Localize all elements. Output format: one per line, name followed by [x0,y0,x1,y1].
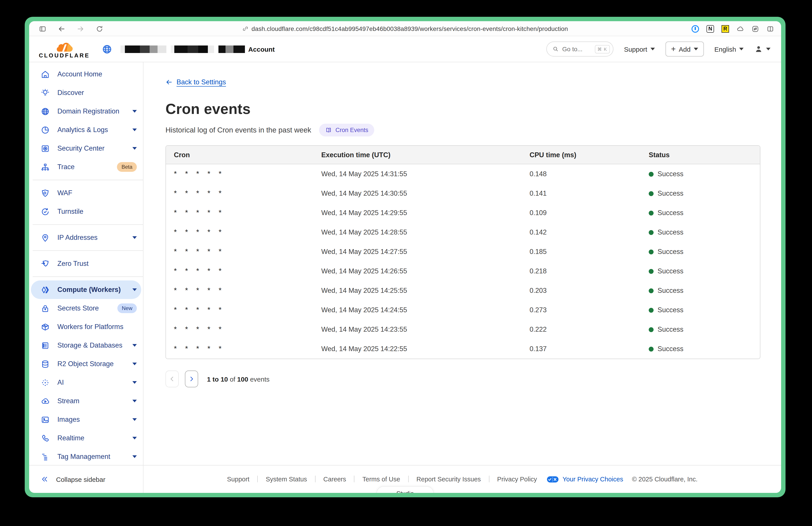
execution-time-cell: Wed, 14 May 2025 14:29:55 [321,209,530,217]
language-menu[interactable]: English [714,45,744,53]
sidebar-toggle-icon[interactable] [39,25,46,32]
status-cell: Success [649,170,760,178]
sidebar-item[interactable]: Storage & Databases [29,336,143,355]
home-icon [41,70,50,79]
sidebar-item-label: Tag Management [57,453,125,461]
chevron-down-icon [694,48,698,51]
url-text: dash.cloudflare.com/c98cdf51c4ab995497eb… [251,25,568,32]
arrow-left-icon [165,79,173,86]
sidebar-item-label: Discover [57,89,137,97]
forward-icon[interactable] [77,25,84,32]
collapse-sidebar-button[interactable]: Collapse sidebar [29,465,143,493]
chevron-down-icon [739,48,744,51]
sidebar-item[interactable]: Discover [29,84,143,102]
back-icon[interactable] [58,25,65,32]
cron-expression-cell: * * * * * [174,305,321,314]
pagination-total: 100 [237,375,248,383]
sidebar-item-label: Secrets Store [57,304,113,312]
zerotrust-icon [41,259,50,268]
book-icon [325,127,332,133]
back-to-settings-link[interactable]: Back to Settings [165,78,226,86]
footer-link[interactable]: Support [227,475,249,483]
sidebar-item[interactable]: Workers for Platforms [29,317,143,336]
sidebar-item-label: Domain Registration [57,107,125,115]
chevron-down-icon [132,147,137,150]
next-page-button[interactable] [185,371,198,387]
sidebar-item[interactable]: Stream [29,392,143,410]
support-menu[interactable]: Support [624,45,655,53]
cron-expression-cell: * * * * * [174,267,321,275]
extensions-settings-icon[interactable] [752,25,759,32]
sidebar-item[interactable]: Domain Registration [29,102,143,120]
sidebar-item-label: AI [57,379,125,386]
chevron-down-icon [132,362,137,365]
r-extension-icon[interactable]: R [722,25,729,32]
sidebar-item[interactable]: Tag Management [29,447,143,465]
sidebar-item[interactable]: Zero Trust [29,254,143,273]
notion-extension-icon[interactable]: N [707,25,714,32]
sidebar-item[interactable]: Compute (Workers) [31,281,141,299]
vault-icon [41,144,50,153]
sidebar-item-label: Analytics & Logs [57,126,125,134]
footer-link[interactable]: Report Security Issues [400,475,481,483]
sidebar-item[interactable]: R2 Object Storage [29,355,143,373]
sidebar-item[interactable]: Security Center [29,139,143,158]
sidebar-item[interactable]: Analytics & Logs [29,120,143,139]
your-privacy-choices-link[interactable]: Your Privacy Choices [547,475,623,483]
page-title: Cron events [165,101,760,117]
add-button[interactable]: + Add [665,42,704,57]
sidebar-item-label: Security Center [57,144,125,152]
table-body: * * * * * Wed, 14 May 2025 14:31:55 0.14… [166,164,760,359]
sidebar-item-label: Workers for Platforms [57,323,137,331]
sidebar-item[interactable]: Secrets Store New [29,299,143,317]
split-view-icon[interactable] [767,25,774,32]
bottom-floating-pill[interactable]: Studio [376,486,434,493]
footer-link[interactable]: Careers [307,475,346,483]
success-dot [649,327,654,332]
app-header: CLOUDFLARE Account Go to... ⌘ K Support [29,36,781,62]
success-dot [649,308,654,312]
previous-page-button[interactable] [165,371,179,387]
support-label: Support [624,45,647,53]
footer-link[interactable]: System Status [249,475,307,483]
status-cell: Success [649,267,760,275]
status-cell: Success [649,326,760,333]
cloudflare-logo[interactable]: CLOUDFLARE [39,40,90,58]
cloud-extension-icon[interactable] [737,25,744,32]
shortcut-badge: ⌘ K [595,45,610,53]
reload-icon[interactable] [96,25,103,32]
footer-link[interactable]: Terms of Use [346,475,400,483]
status-cell: Success [649,228,760,236]
browser-toolbar: dash.cloudflare.com/c98cdf51c4ab995497eb… [29,21,781,36]
sidebar-item-label: Zero Trust [57,260,137,268]
sidebar-item-label: WAF [57,189,137,197]
success-dot [649,249,654,254]
sidebar-item[interactable]: Trace Beta [29,158,143,176]
status-label: Success [657,267,683,275]
onepassword-extension-icon[interactable] [692,25,699,32]
privacy-link-label: Your Privacy Choices [563,475,623,483]
cron-expression-cell: * * * * * [174,189,321,198]
sidebar-item[interactable]: Account Home [29,65,143,84]
sidebar-item[interactable]: Images [29,410,143,429]
address-bar[interactable]: dash.cloudflare.com/c98cdf51c4ab995497eb… [29,21,781,36]
goto-search[interactable]: Go to... ⌘ K [546,42,613,57]
redacted-account-name [120,45,245,53]
chevron-down-icon [132,288,137,291]
sidebar-item[interactable]: Realtime [29,429,143,447]
copyright: © 2025 Cloudflare, Inc. [632,475,697,483]
sidebar-item[interactable]: Turnstile [29,202,143,221]
sidebar-item[interactable]: IP Addresses [29,228,143,247]
sidebar-item[interactable]: WAF [29,184,143,202]
status-label: Success [657,228,683,236]
chevron-down-icon [132,418,137,421]
cpu-time-cell: 0.142 [530,228,649,236]
stream-icon [41,396,50,406]
footer-links: SupportSystem StatusCareersTerms of UseR… [227,475,537,483]
bulb-icon [41,88,50,97]
collapse-label: Collapse sidebar [56,475,105,483]
pagination-unit: events [250,375,270,383]
account-menu[interactable] [754,45,770,54]
sidebar-item[interactable]: AI [29,373,143,392]
footer-link[interactable]: Privacy Policy [481,475,537,483]
